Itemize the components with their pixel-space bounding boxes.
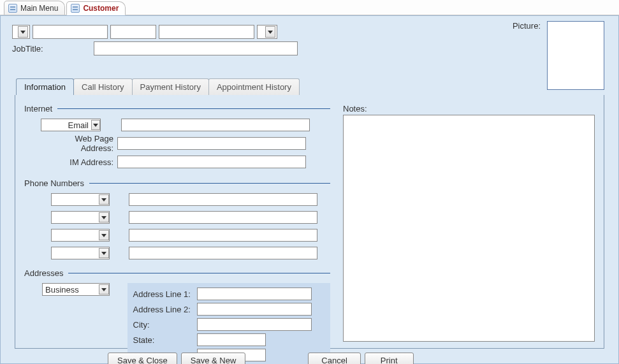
tab-information-label: Information (24, 82, 66, 92)
sub-tabs: Information Call History Payment History… (16, 78, 607, 95)
form-icon (8, 4, 17, 13)
state-input[interactable] (197, 333, 266, 346)
print-button[interactable]: Print (365, 353, 414, 364)
phone-type-dropdown-4[interactable] (51, 247, 110, 259)
jobtitle-input[interactable] (94, 41, 298, 55)
form-icon (71, 4, 80, 13)
internet-label: Internet (24, 104, 52, 113)
phone-input-1[interactable] (129, 193, 317, 206)
address-group-title: Addresses (24, 268, 330, 278)
tab-customer[interactable]: Customer (66, 1, 126, 15)
divider (57, 108, 330, 109)
tab-appointment-history-label: Appointment History (217, 82, 291, 92)
im-address-input[interactable] (117, 156, 306, 168)
webpage-label: Web Page Address: (41, 134, 117, 153)
last-name-input[interactable] (159, 25, 254, 39)
notes-label: Notes: (343, 104, 595, 113)
webpage-input[interactable] (117, 137, 306, 150)
tab-payment-history-label: Payment History (140, 82, 201, 92)
tab-appointment-history[interactable]: Appointment History (208, 78, 300, 95)
phone-type-dropdown-1[interactable] (51, 193, 110, 206)
tab-call-history[interactable]: Call History (73, 78, 132, 95)
phone-input-2[interactable] (129, 211, 317, 224)
phone-label: Phone Numbers (24, 178, 84, 188)
chevron-down-icon[interactable] (91, 120, 100, 130)
city-input[interactable] (197, 318, 312, 331)
address-type-dropdown[interactable]: Business (42, 283, 110, 296)
save-close-button[interactable]: Save & Close (108, 353, 177, 364)
title-prefix-dropdown[interactable] (12, 25, 30, 39)
tab-main-menu-label: Main Menu (20, 4, 58, 13)
picture-section: Picture: (547, 21, 604, 90)
customer-form: JobTitle: Picture: Information Call Hist… (0, 15, 619, 364)
chevron-down-icon[interactable] (265, 26, 275, 38)
jobtitle-row: JobTitle: (12, 41, 607, 55)
save-new-button[interactable]: Save & New (181, 353, 246, 364)
window-tabs: Main Menu Customer (0, 0, 619, 15)
chevron-down-icon[interactable] (99, 284, 109, 295)
phone-type-dropdown-2[interactable] (51, 211, 110, 224)
picture-placeholder[interactable] (547, 21, 604, 90)
notes-textarea[interactable] (343, 115, 595, 342)
tab-customer-label: Customer (83, 4, 119, 13)
print-label: Print (381, 356, 398, 365)
address-type-selected: Business (45, 285, 79, 295)
divider (89, 183, 330, 184)
address-line1-label: Address Line 1: (133, 289, 197, 299)
save-new-label: Save & New (191, 356, 237, 365)
im-address-label: IM Address: (41, 157, 117, 167)
phone-group-title: Phone Numbers (24, 178, 330, 188)
email-type-dropdown[interactable]: Email (41, 119, 101, 131)
phone-input-3[interactable] (129, 229, 317, 242)
address-line1-input[interactable] (197, 288, 312, 300)
address-line2-input[interactable] (197, 303, 312, 316)
cancel-button[interactable]: Cancel (308, 353, 360, 364)
divider (68, 273, 330, 273)
first-name-input[interactable] (33, 25, 108, 39)
tab-main-menu[interactable]: Main Menu (4, 1, 65, 15)
address-fields: Address Line 1: Address Line 2: City: St… (127, 283, 331, 364)
picture-label: Picture: (513, 21, 541, 31)
tab-call-history-label: Call History (82, 82, 124, 92)
internet-group-title: Internet (24, 104, 330, 113)
phone-type-dropdown-3[interactable] (51, 229, 110, 242)
email-type-label: Email (44, 120, 91, 130)
cancel-label: Cancel (321, 356, 347, 365)
state-label: State: (133, 335, 197, 345)
chevron-down-icon[interactable] (99, 230, 109, 240)
save-close-label: Save & Close (117, 356, 168, 365)
jobtitle-label: JobTitle: (12, 44, 45, 54)
chevron-down-icon[interactable] (18, 26, 28, 38)
information-panel: Internet Email Web Page Address: IM Addr… (15, 95, 604, 349)
chevron-down-icon[interactable] (99, 194, 109, 205)
tab-information[interactable]: Information (16, 78, 74, 95)
tab-payment-history[interactable]: Payment History (132, 78, 209, 95)
city-label: City: (133, 320, 197, 330)
middle-name-input[interactable] (110, 25, 156, 39)
phone-input-4[interactable] (129, 247, 317, 259)
address-line2-label: Address Line 2: (133, 305, 197, 314)
email-input[interactable] (121, 119, 310, 131)
suffix-dropdown[interactable] (257, 25, 277, 39)
chevron-down-icon[interactable] (99, 212, 109, 222)
address-label: Addresses (24, 268, 63, 278)
chevron-down-icon[interactable] (99, 248, 109, 258)
